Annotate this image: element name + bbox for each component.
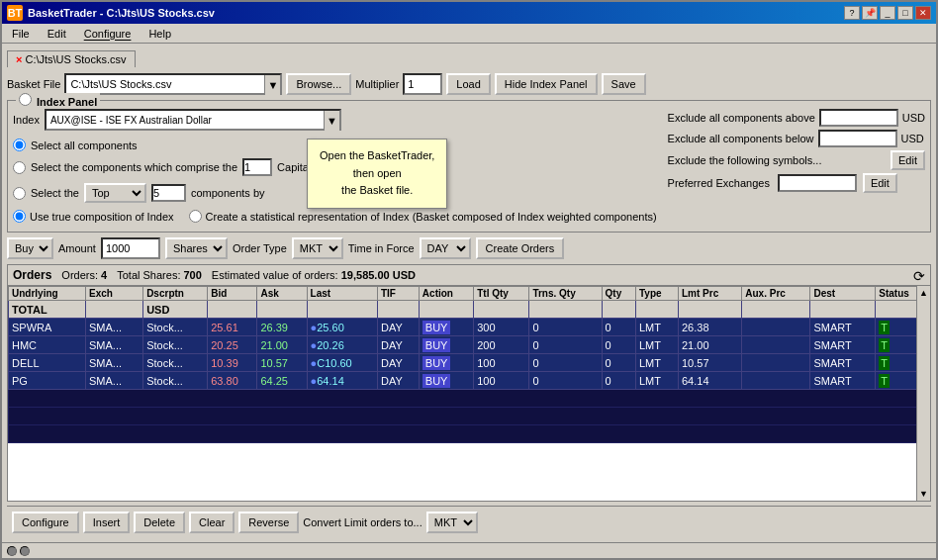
clear-button[interactable]: Clear xyxy=(189,512,234,533)
col-auxprc: Aux. Prc xyxy=(742,287,810,301)
orders-table: Undrlying Exch Dscrptn Bid Ask Last TIF … xyxy=(8,286,930,443)
col-type: Type xyxy=(635,287,678,301)
help-button[interactable]: ? xyxy=(844,6,860,20)
amount-label: Amount xyxy=(58,242,96,254)
exclude-symbols-label: Exclude the following symbols... xyxy=(668,154,822,166)
shares-select[interactable]: Shares Dollars xyxy=(165,237,228,259)
convert-label: Convert Limit orders to... xyxy=(303,516,422,528)
window-title: BasketTrader - C:\Jts\US Stocks.csv xyxy=(28,7,215,19)
time-select[interactable]: DAY GTC xyxy=(420,237,471,259)
col-last: Last xyxy=(307,287,377,301)
pin-button[interactable]: 📌 xyxy=(862,6,878,20)
window-controls: ? 📌 _ □ ✕ xyxy=(844,6,931,20)
index-combo[interactable]: AUX@ISE - ISE FX Australian Dollar ▼ xyxy=(45,109,341,131)
save-button[interactable]: Save xyxy=(602,73,646,95)
amount-input[interactable] xyxy=(101,237,160,259)
order-type-select[interactable]: MKT LMT xyxy=(292,237,343,259)
table-row[interactable]: HMC SMA... Stock... 20.25 21.00 ●20.26 D… xyxy=(9,336,930,354)
table-row[interactable]: PG SMA... Stock... 63.80 64.25 ●64.14 DA… xyxy=(9,372,930,390)
col-trnsqty: Trns. Qty xyxy=(529,287,602,301)
maximize-button[interactable]: □ xyxy=(897,6,913,20)
hide-panel-button[interactable]: Hide Index Panel xyxy=(495,73,598,95)
exclude-above-input[interactable] xyxy=(819,109,898,127)
table-row[interactable]: DELL SMA... Stock... 10.39 10.57 ●C10.60… xyxy=(9,354,930,372)
bottom-toolbar: Configure Insert Delete Clear Reverse Co… xyxy=(7,506,931,537)
orders-shares: Total Shares: 700 xyxy=(117,269,202,281)
scroll-icon[interactable]: ⟳ xyxy=(913,268,925,284)
preferred-label: Preferred Exchanges xyxy=(668,177,770,189)
index-panel-title: Index Panel xyxy=(16,93,100,108)
main-content: Basket File C:\Jts\US Stocks.csv ▼ Brows… xyxy=(2,67,936,542)
minimize-button[interactable]: _ xyxy=(880,6,895,20)
orders-count: Orders: 4 xyxy=(61,269,107,281)
select-comprise-radio[interactable] xyxy=(13,161,26,174)
multiplier-label: Multiplier xyxy=(355,78,399,90)
edit1-button[interactable]: Edit xyxy=(891,150,925,170)
index-combo-arrow[interactable]: ▼ xyxy=(324,111,339,131)
exclude-above-unit: USD xyxy=(902,112,925,124)
tooltip-line3: the Basket file. xyxy=(320,182,434,200)
create-stat-radio[interactable] xyxy=(189,210,202,223)
tab-close-icon[interactable]: × xyxy=(16,53,22,65)
select-all-radio[interactable] xyxy=(13,139,26,151)
tab-file[interactable]: × C:\Jts\US Stocks.csv xyxy=(7,50,136,67)
reverse-button[interactable]: Reverse xyxy=(238,512,299,533)
create-stat-label: Create a statistical representation of I… xyxy=(206,211,657,223)
preferred-input[interactable] xyxy=(778,174,857,192)
index-panel: Index Panel Index AUX@ISE - ISE FX Austr… xyxy=(7,100,931,233)
index-label: Index xyxy=(13,114,40,126)
scroll-down-btn[interactable]: ▼ xyxy=(917,487,930,501)
status-dots xyxy=(7,546,30,556)
convert-select[interactable]: MKT LMT xyxy=(426,512,478,533)
edit2-button[interactable]: Edit xyxy=(863,173,897,193)
tab-label: C:\Jts\US Stocks.csv xyxy=(25,53,126,65)
orders-count-value: 4 xyxy=(101,269,107,281)
menu-bar: File Edit Configure Help xyxy=(2,24,936,44)
browse-button[interactable]: Browse... xyxy=(286,73,351,95)
close-button[interactable]: ✕ xyxy=(915,6,931,20)
basket-file-arrow[interactable]: ▼ xyxy=(264,75,280,95)
basket-file-combo[interactable]: C:\Jts\US Stocks.csv ▼ xyxy=(64,73,282,95)
col-dest: Dest xyxy=(810,287,876,301)
col-bid: Bid xyxy=(208,287,257,301)
col-ttlqty: Ttl Qty xyxy=(474,287,529,301)
side-select[interactable]: Buy Sell xyxy=(7,237,53,259)
title-bar: BT BasketTrader - C:\Jts\US Stocks.csv ?… xyxy=(2,2,936,24)
top-select[interactable]: Top Bottom xyxy=(84,183,146,203)
menu-configure[interactable]: Configure xyxy=(79,27,137,41)
comprise-input[interactable] xyxy=(242,158,272,176)
scroll-up-btn[interactable]: ▲ xyxy=(917,286,930,300)
order-type-label: Order Type xyxy=(233,242,287,254)
create-orders-button[interactable]: Create Orders xyxy=(476,237,565,259)
index-panel-radio[interactable] xyxy=(19,93,32,106)
insert-button[interactable]: Insert xyxy=(83,512,131,533)
exclude-below-unit: USD xyxy=(901,133,924,144)
exclude-below-input[interactable] xyxy=(818,130,897,147)
status-bar xyxy=(2,542,936,558)
delete-button[interactable]: Delete xyxy=(134,512,185,533)
use-true-radio[interactable] xyxy=(13,210,26,223)
status-dot-2 xyxy=(20,546,30,556)
multiplier-input[interactable] xyxy=(403,73,442,95)
basket-file-value: C:\Jts\US Stocks.csv xyxy=(70,78,171,90)
orders-section: Orders Orders: 4 Total Shares: 700 Estim… xyxy=(7,264,931,502)
tooltip-line2: then open xyxy=(320,165,434,183)
top-number-input[interactable] xyxy=(151,184,186,202)
preferred-row: Preferred Exchanges Edit xyxy=(668,173,925,193)
select-the-label: Select the xyxy=(31,187,79,199)
col-lmtprc: Lmt Prc xyxy=(679,287,742,301)
table-row[interactable]: SPWRA SMA... Stock... 25.61 26.39 ●25.60… xyxy=(9,319,930,336)
order-bar: Buy Sell Amount Shares Dollars Order Typ… xyxy=(7,236,931,260)
menu-file[interactable]: File xyxy=(7,27,35,41)
menu-help[interactable]: Help xyxy=(143,27,176,41)
table-row-empty xyxy=(9,408,930,425)
configure-button[interactable]: Configure xyxy=(12,512,79,533)
exclude-above-row: Exclude all components above USD xyxy=(668,109,925,127)
select-top-radio[interactable] xyxy=(13,187,26,200)
composition-row: Use true composition of Index Create a s… xyxy=(13,210,660,223)
menu-edit[interactable]: Edit xyxy=(43,27,71,41)
vertical-scrollbar[interactable]: ▲ ▼ xyxy=(916,286,930,501)
right-section: Exclude all components above USD Exclude… xyxy=(668,109,925,227)
load-button[interactable]: Load xyxy=(446,73,490,95)
col-qty: Qty xyxy=(602,287,635,301)
